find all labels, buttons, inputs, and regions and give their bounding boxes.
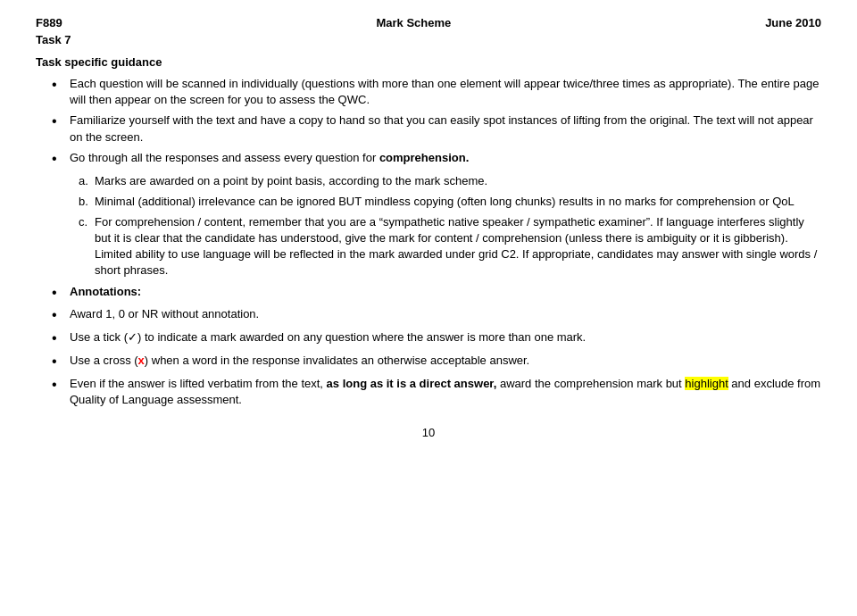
bullet-item-award: • Award 1, 0 or NR without annotation. xyxy=(52,306,821,325)
sub-list: a. Marks are awarded on a point by point… xyxy=(79,173,821,279)
bullet-dot-1: • xyxy=(52,76,66,95)
highlight-text: highlight xyxy=(685,377,728,390)
sub-item-c: c. For comprehension / content, remember… xyxy=(79,214,821,279)
bullet-item-annotations: • Annotations: xyxy=(52,284,821,303)
sub-item-a: a. Marks are awarded on a point by point… xyxy=(79,173,821,189)
page: F889 Mark Scheme June 2010 Task 7 Task s… xyxy=(0,0,857,616)
bullet-item-verbatim: • Even if the answer is lifted verbatim … xyxy=(52,376,821,408)
bullet-dot-cross: • xyxy=(52,353,66,371)
bullet-text-tick: Use a tick (✓) to indicate a mark awarde… xyxy=(70,329,821,345)
bullet-item-2: • Familiarize yourself with the text and… xyxy=(52,112,821,145)
sub-label-a: a. xyxy=(79,173,95,189)
direct-answer-bold: as long as it is a direct answer, xyxy=(327,377,497,390)
bullet-text-1: Each question will be scanned in individ… xyxy=(70,76,821,108)
cross-red-x: x xyxy=(138,354,145,367)
bullet-text-verbatim: Even if the answer is lifted verbatim fr… xyxy=(70,376,821,408)
bullet-item-tick: • Use a tick (✓) to indicate a mark awar… xyxy=(52,329,821,348)
section-title: Task specific guidance xyxy=(36,55,821,69)
sub-label-b: b. xyxy=(79,194,95,210)
header-left: F889 xyxy=(36,16,62,29)
bullet-item-3: • Go through all the responses and asses… xyxy=(52,150,821,169)
sub-text-a: Marks are awarded on a point by point ba… xyxy=(95,173,821,189)
sub-label-c: c. xyxy=(79,214,95,230)
bullet-dot-verbatim: • xyxy=(52,376,66,395)
bullet-item-cross: • Use a cross (x) when a word in the res… xyxy=(52,353,821,371)
header: F889 Mark Scheme June 2010 xyxy=(36,16,821,29)
task-label: Task 7 xyxy=(36,33,821,46)
bullet-dot-3: • xyxy=(52,150,66,169)
sub-item-b: b. Minimal (additional) irrelevance can … xyxy=(79,194,821,210)
page-number: 10 xyxy=(36,426,821,439)
bullet-dot-award: • xyxy=(52,306,66,325)
bullet-text-2: Familiarize yourself with the text and h… xyxy=(70,112,821,145)
bullet-dot-annotations: • xyxy=(52,284,66,303)
bullet-dot-2: • xyxy=(52,112,66,131)
bullet-text-award: Award 1, 0 or NR without annotation. xyxy=(70,306,821,322)
sub-text-b: Minimal (additional) irrelevance can be … xyxy=(95,194,821,210)
bullet-list: • Each question will be scanned in indiv… xyxy=(52,76,821,408)
comprehension-bold: comprehension. xyxy=(379,151,469,164)
bullet-text-3: Go through all the responses and assess … xyxy=(70,150,821,166)
bullet-item-1: • Each question will be scanned in indiv… xyxy=(52,76,821,108)
header-center: Mark Scheme xyxy=(376,16,451,29)
header-right: June 2010 xyxy=(765,16,821,29)
annotations-label: Annotations: xyxy=(70,284,821,300)
bullet-dot-tick: • xyxy=(52,329,66,348)
sub-text-c: For comprehension / content, remember th… xyxy=(95,214,821,279)
bullet-text-cross: Use a cross (x) when a word in the respo… xyxy=(70,353,821,369)
